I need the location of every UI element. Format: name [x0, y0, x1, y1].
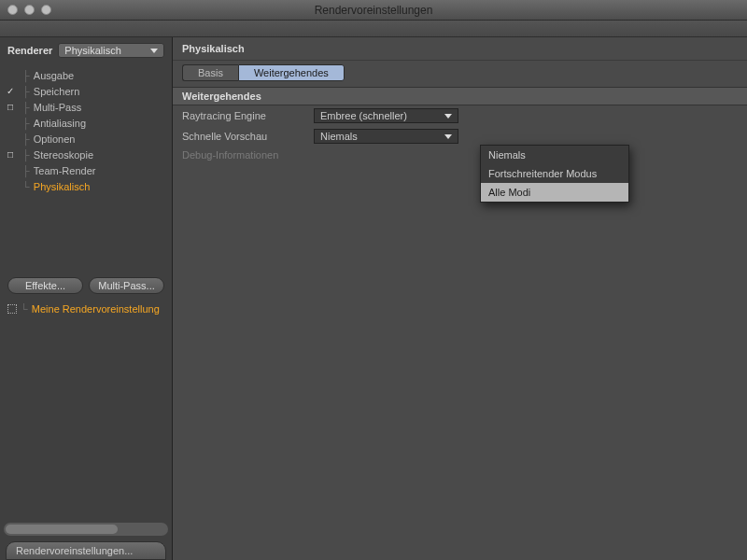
raytracing-label: Raytracing Engine — [182, 110, 308, 121]
content-panel: Physikalisch Basis Weitergehendes Weiter… — [173, 37, 747, 560]
tabs: Basis Weitergehendes — [173, 61, 747, 87]
horizontal-scrollbar[interactable] — [4, 523, 168, 536]
chevron-down-icon — [444, 134, 452, 139]
field-preview: Schnelle Vorschau Niemals — [173, 126, 747, 147]
dropdown-menu: Niemals Fortschreitender Modus Alle Modi — [480, 145, 629, 203]
tree-item-stereoskopie[interactable]: □├Stereoskopie — [0, 147, 172, 162]
tree-item-teamrender[interactable]: ├Team-Render — [0, 162, 172, 178]
dropdown-option-niemals[interactable]: Niemals — [481, 146, 628, 164]
settings-tree: ├Ausgabe ✓├Speichern □├Multi-Pass ├Antia… — [0, 63, 172, 273]
renderer-label: Renderer — [7, 45, 52, 56]
preview-dropdown[interactable]: Niemals — [314, 129, 458, 144]
preset-label: Meine Rendervoreinstellung — [32, 303, 160, 315]
chevron-down-icon — [444, 114, 452, 119]
section-header: Weitergehendes — [173, 87, 747, 105]
effects-button[interactable]: Effekte... — [7, 277, 83, 294]
debug-label: Debug-Informationen — [182, 149, 308, 161]
sidebar: Renderer Physikalisch ├Ausgabe ✓├Speiche… — [0, 37, 173, 560]
close-icon[interactable] — [7, 5, 18, 15]
dropdown-option-fortschreitend[interactable]: Fortschreitender Modus — [481, 164, 628, 183]
field-raytracing: Raytracing Engine Embree (schneller) — [173, 105, 747, 126]
tab-basis[interactable]: Basis — [182, 64, 238, 81]
preview-label: Schnelle Vorschau — [182, 131, 308, 142]
tree-item-ausgabe[interactable]: ├Ausgabe — [0, 67, 172, 83]
renderer-value: Physikalisch — [64, 45, 121, 56]
content-title: Physikalisch — [173, 37, 747, 61]
tree-item-optionen[interactable]: ├Optionen — [0, 131, 172, 147]
minimize-icon[interactable] — [24, 5, 35, 15]
renderer-select[interactable]: Physikalisch — [58, 43, 164, 58]
multipass-button[interactable]: Multi-Pass... — [89, 277, 164, 294]
raytracing-dropdown[interactable]: Embree (schneller) — [314, 108, 458, 123]
toolbar-strip — [0, 21, 747, 37]
field-debug: Debug-Informationen — [173, 147, 747, 163]
preset-icon — [7, 304, 17, 314]
tree-item-speichern[interactable]: ✓├Speichern — [0, 83, 172, 99]
renderer-header: Renderer Physikalisch — [0, 37, 172, 63]
tree-item-multipass[interactable]: □├Multi-Pass — [0, 99, 172, 115]
tree-item-antialiasing[interactable]: ├Antialiasing — [0, 115, 172, 131]
presets-tab[interactable]: Rendervoreinstellungen... — [6, 541, 166, 560]
window-controls — [7, 5, 51, 15]
preset-row[interactable]: └ Meine Rendervoreinstellung — [0, 298, 172, 320]
zoom-icon[interactable] — [41, 5, 51, 15]
tree-item-physikalisch[interactable]: └Physikalisch — [0, 178, 172, 194]
chevron-down-icon — [150, 49, 158, 53]
titlebar: Rendervoreinstellungen — [0, 0, 747, 21]
dropdown-option-allemodi[interactable]: Alle Modi — [481, 183, 628, 202]
tab-weitergehendes[interactable]: Weitergehendes — [238, 64, 345, 81]
window-title: Rendervoreinstellungen — [0, 4, 747, 17]
